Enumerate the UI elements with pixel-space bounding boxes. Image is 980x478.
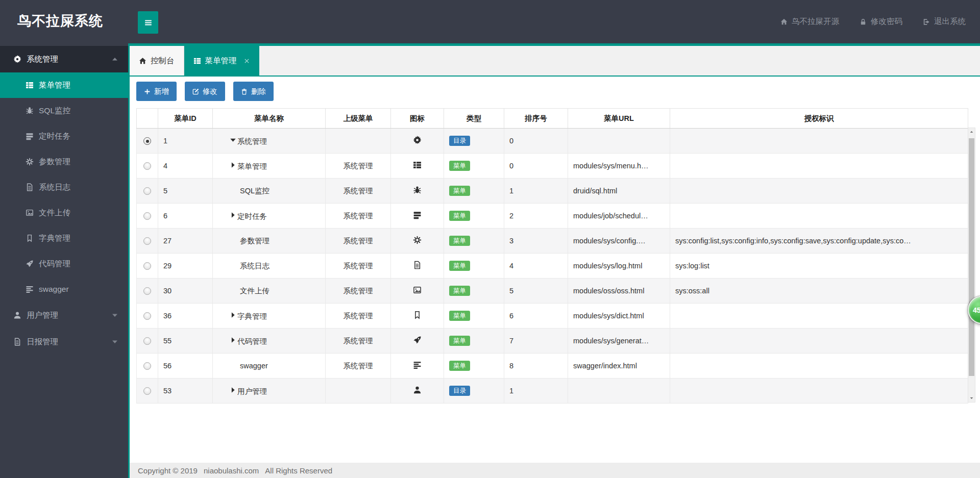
sidebar-item-dict[interactable]: 字典管理 bbox=[0, 225, 128, 251]
header-link-opensource[interactable]: 鸟不拉屎开源 bbox=[780, 16, 839, 27]
align-left-icon bbox=[26, 285, 34, 293]
sidebar-item-config[interactable]: 参数管理 bbox=[0, 149, 128, 174]
sidebar-item-sql[interactable]: SQL监控 bbox=[0, 98, 128, 123]
table-row[interactable]: 6定时任务系统管理菜单2modules/job/schedul… bbox=[137, 204, 968, 229]
tree-caret-right-icon[interactable] bbox=[229, 311, 237, 319]
menu-icon-cell bbox=[391, 329, 444, 354]
home-icon bbox=[780, 18, 788, 26]
menu-table-wrap: 菜单ID菜单名称上级菜单图标类型排序号菜单URL授权标识 1系统管理目录04菜单… bbox=[136, 108, 975, 404]
tab-console[interactable]: 控制台 bbox=[130, 46, 184, 76]
align-left-icon bbox=[413, 361, 422, 369]
menu-url-cell: modules/sys/log.html bbox=[568, 254, 670, 279]
header-link-logout[interactable]: 退出系统 bbox=[923, 16, 966, 27]
type-cell: 菜单 bbox=[444, 154, 504, 179]
delete-button[interactable]: 删除 bbox=[233, 82, 274, 101]
table-row[interactable]: 30文件上传系统管理菜单5modules/oss/oss.htmlsys:oss… bbox=[137, 279, 968, 304]
type-badge: 菜单 bbox=[449, 336, 470, 346]
column-header: 图标 bbox=[391, 109, 444, 129]
menu-url-cell: swagger/index.html bbox=[568, 354, 670, 379]
row-select-radio[interactable] bbox=[143, 262, 151, 270]
scroll-down-icon[interactable] bbox=[968, 394, 975, 402]
tree-caret-right-icon[interactable] bbox=[229, 211, 237, 219]
row-select-radio[interactable] bbox=[143, 187, 151, 195]
header-link-change-password[interactable]: 修改密码 bbox=[860, 16, 902, 27]
order-cell: 5 bbox=[504, 279, 568, 304]
sidebar-item-label: swagger bbox=[39, 285, 69, 294]
column-header: 菜单URL bbox=[568, 109, 670, 129]
tab-menu[interactable]: 菜单管理 bbox=[184, 46, 259, 76]
table-row[interactable]: 5SQL监控系统管理菜单1druid/sql.html bbox=[137, 179, 968, 204]
content-area: 新增修改删除 菜单ID菜单名称上级菜单图标类型排序号菜单URL授权标识 1系统管… bbox=[130, 82, 980, 404]
sidebar-item-swagger[interactable]: swagger bbox=[0, 276, 128, 302]
row-select-radio[interactable] bbox=[143, 312, 151, 320]
sidebar: 系统管理菜单管理SQL监控定时任务参数管理系统日志文件上传字典管理代码管理swa… bbox=[0, 43, 128, 478]
type-badge: 菜单 bbox=[449, 236, 470, 246]
table-row[interactable]: 36字典管理系统管理菜单6modules/sys/dict.html bbox=[137, 304, 968, 329]
scroll-up-icon[interactable] bbox=[968, 128, 975, 136]
tree-caret-right-icon[interactable] bbox=[229, 386, 237, 394]
table-row[interactable]: 1系统管理目录0 bbox=[137, 129, 968, 154]
table-row[interactable]: 53用户管理目录1 bbox=[137, 379, 968, 404]
menu-id-cell: 27 bbox=[158, 229, 213, 254]
tasks-icon bbox=[26, 132, 34, 140]
row-select-radio[interactable] bbox=[143, 212, 151, 220]
type-cell: 菜单 bbox=[444, 279, 504, 304]
order-cell: 6 bbox=[504, 304, 568, 329]
menu-name-label: swagger bbox=[240, 362, 268, 370]
sidebar-toggle-button[interactable] bbox=[138, 11, 158, 34]
menu-name-label: 文件上传 bbox=[240, 287, 270, 295]
sidebar-group-report[interactable]: 日报管理 bbox=[0, 329, 128, 355]
sidebar-group-user[interactable]: 用户管理 bbox=[0, 302, 128, 329]
add-button[interactable]: 新增 bbox=[136, 82, 177, 101]
tree-caret-right-icon[interactable] bbox=[229, 336, 237, 344]
row-select-radio[interactable] bbox=[143, 237, 151, 245]
table-scrollbar[interactable] bbox=[968, 128, 975, 402]
row-select-radio[interactable] bbox=[143, 162, 151, 170]
table-row[interactable]: 27参数管理系统管理菜单3modules/sys/config.…sys:con… bbox=[137, 229, 968, 254]
sidebar-item-log[interactable]: 系统日志 bbox=[0, 174, 128, 200]
tree-caret-right-icon[interactable] bbox=[229, 161, 237, 169]
column-header: 菜单名称 bbox=[213, 109, 326, 129]
sidebar-item-oss[interactable]: 文件上传 bbox=[0, 200, 128, 225]
radio-cell bbox=[137, 179, 158, 204]
sidebar-item-label: 字典管理 bbox=[39, 233, 70, 244]
row-select-radio[interactable] bbox=[143, 137, 151, 145]
tab-close-icon[interactable] bbox=[243, 58, 250, 64]
row-select-radio[interactable] bbox=[143, 287, 151, 295]
scrollbar-thumb[interactable] bbox=[969, 138, 974, 376]
menu-id-cell: 29 bbox=[158, 254, 213, 279]
sidebar-item-menu[interactable]: 菜单管理 bbox=[0, 72, 128, 98]
table-row[interactable]: 4菜单管理系统管理菜单0modules/sys/menu.h… bbox=[137, 154, 968, 179]
radio-cell bbox=[137, 304, 158, 329]
menu-name-cell: 系统日志 bbox=[213, 254, 326, 279]
column-header bbox=[137, 109, 158, 129]
tree-caret-down-icon[interactable] bbox=[229, 136, 237, 144]
signout-icon bbox=[923, 18, 930, 26]
row-select-radio[interactable] bbox=[143, 387, 151, 395]
edit-button[interactable]: 修改 bbox=[185, 82, 225, 101]
tab-bar: 控制台菜单管理 bbox=[130, 43, 980, 77]
sidebar-item-label: 系统日志 bbox=[39, 182, 70, 193]
main-content: 控制台菜单管理 新增修改删除 菜单ID菜单名称上级菜单图标类型排序号菜单URL授… bbox=[128, 43, 980, 478]
perm-cell bbox=[670, 179, 968, 204]
table-row[interactable]: 56swagger系统管理菜单8swagger/index.html bbox=[137, 354, 968, 379]
file-text-icon bbox=[413, 261, 422, 269]
sidebar-group-system[interactable]: 系统管理 bbox=[0, 46, 128, 72]
column-header: 排序号 bbox=[504, 109, 568, 129]
menu-name-cell: swagger bbox=[213, 354, 326, 379]
type-badge: 菜单 bbox=[449, 211, 470, 221]
sidebar-item-job[interactable]: 定时任务 bbox=[0, 123, 128, 149]
file-text-icon bbox=[13, 338, 21, 346]
table-row[interactable]: 55代码管理系统管理菜单7modules/sys/generat… bbox=[137, 329, 968, 354]
menu-url-cell: modules/sys/generat… bbox=[568, 329, 670, 354]
copyright-text: Copyright © 2019 bbox=[138, 466, 198, 475]
menu-icon-cell bbox=[391, 229, 444, 254]
perm-cell: sys:log:list bbox=[670, 254, 968, 279]
sidebar-item-label: 菜单管理 bbox=[39, 80, 70, 91]
type-badge: 菜单 bbox=[449, 286, 470, 296]
row-select-radio[interactable] bbox=[143, 362, 151, 370]
row-select-radio[interactable] bbox=[143, 337, 151, 345]
table-row[interactable]: 29系统日志系统管理菜单4modules/sys/log.htmlsys:log… bbox=[137, 254, 968, 279]
image-icon bbox=[413, 286, 422, 294]
sidebar-item-generator[interactable]: 代码管理 bbox=[0, 251, 128, 276]
